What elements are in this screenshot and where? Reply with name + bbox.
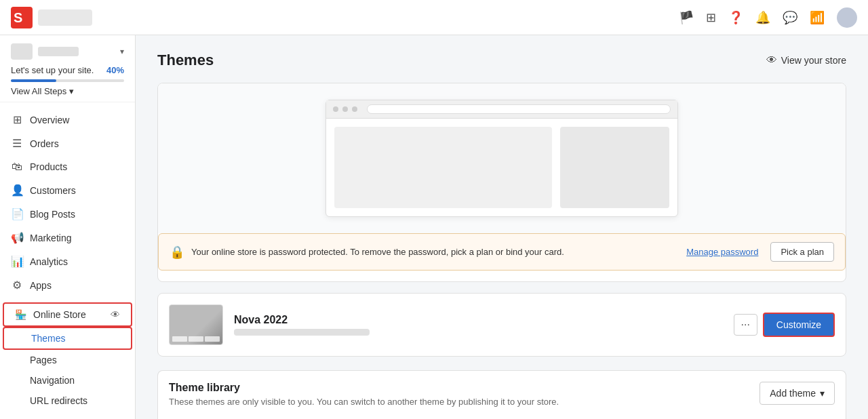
warning-lock-icon: 🔒 [170,245,184,260]
overview-icon: ⊞ [11,113,23,126]
main-content: Themes 👁 View your store [136,35,868,419]
sidebar-item-orders[interactable]: ☰ Orders [0,132,135,155]
sidebar-item-label: Apps [30,280,52,291]
sidebar-top: ▾ Let's set up your site. 40% View All S… [0,35,135,102]
chat-icon[interactable]: 💬 [783,10,797,25]
header-icons: 🏴 ⊞ ❓ 🔔 💬 📶 [679,7,857,28]
add-theme-button[interactable]: Add theme ▾ [760,382,835,405]
sidebar-item-label: Analytics [30,256,68,267]
themes-label: Themes [31,333,66,344]
add-theme-chevron-icon: ▾ [820,388,825,399]
store-selector[interactable]: ▾ [11,43,124,60]
analytics-icon: 📊 [11,255,23,268]
apps-icon: ⚙ [11,279,23,292]
sidebar-item-products[interactable]: 🛍 Products [0,155,135,178]
theme-library: Theme library These themes are only visi… [157,370,846,419]
store-name-pill [38,9,92,26]
library-title: Theme library [169,382,559,394]
sidebar-item-label: Overview [30,115,69,125]
view-store-button[interactable]: 👁 View your store [766,54,846,66]
thumb-bar-3 [205,336,220,342]
top-header: S 🏴 ⊞ ❓ 🔔 💬 📶 [0,0,868,35]
grid-icon[interactable]: ⊞ [706,10,716,25]
page-header: Themes 👁 View your store [157,52,846,69]
sidebar-item-label: Products [30,161,67,172]
setup-text: Let's set up your site. 40% [11,65,124,75]
url-redirects-label: URL redirects [30,395,87,406]
sidebar-item-customers[interactable]: 👤 Customers [0,178,135,202]
progress-bar-fill [11,79,56,82]
browser-mockup [326,100,678,217]
nav-section: ⊞ Overview ☰ Orders 🛍 Products 👤 Custome… [0,102,135,302]
sub-nav-item-pages[interactable]: Pages [0,350,135,370]
theme-name: Nova 2022 [234,314,723,326]
setup-progress: Let's set up your site. 40% View All Ste… [11,65,124,96]
theme-actions: ··· Customize [734,313,835,337]
online-store-label: Online Store [33,309,104,320]
online-store-section: 🏪 Online Store 👁 Themes Pages Navigation… [0,302,135,414]
browser-bar [326,100,677,119]
svg-text:S: S [14,10,22,25]
sidebar-item-blog-posts[interactable]: 📄 Blog Posts [0,202,135,226]
shoplazza-logo: S [11,7,33,28]
theme-thumbnail [169,304,223,345]
setup-pct: 40% [106,65,124,75]
pick-plan-button[interactable]: Pick a plan [770,242,834,262]
theme-info: Nova 2022 [234,314,723,336]
orders-icon: ☰ [11,137,23,150]
sidebar-item-apps[interactable]: ⚙ Apps [0,273,135,297]
sidebar-item-marketing[interactable]: 📢 Marketing [0,226,135,250]
manage-password-button[interactable]: Manage password [681,247,764,257]
sidebar-item-analytics[interactable]: 📊 Analytics [0,250,135,273]
browser-main-block [334,127,552,208]
password-warning: 🔒 Your online store is password protecte… [158,233,846,271]
browser-dot-3 [352,106,357,112]
view-store-eye-icon: 👁 [766,54,777,66]
wifi-icon[interactable]: 📶 [810,10,825,25]
flag-icon[interactable]: 🏴 [679,10,694,25]
products-icon: 🛍 [11,161,23,173]
sidebar-item-label: Marketing [30,233,71,243]
sub-nav-item-navigation[interactable]: Navigation [0,370,135,391]
help-icon[interactable]: ❓ [728,10,743,25]
sidebar-item-label: Orders [30,138,59,149]
sidebar-item-overview[interactable]: ⊞ Overview [0,108,135,132]
view-store-label: View your store [781,55,846,66]
navigation-label: Navigation [30,375,75,386]
browser-dot-2 [342,106,348,112]
theme-more-options-button[interactable]: ··· [734,314,757,336]
eye-icon[interactable]: 👁 [111,309,120,320]
sidebar-item-label: Customers [30,185,76,196]
pages-label: Pages [30,355,57,365]
marketing-icon: 📢 [11,231,23,244]
blog-posts-icon: 📄 [11,207,23,220]
customize-button[interactable]: Customize [763,313,835,337]
customers-icon: 👤 [11,184,23,197]
browser-dot-1 [333,106,338,112]
current-theme-card: Nova 2022 ··· Customize [157,293,846,357]
avatar[interactable] [837,7,857,28]
sub-nav-item-themes[interactable]: Themes [3,327,132,350]
sidebar-item-online-store[interactable]: 🏪 Online Store 👁 [3,302,132,327]
theme-desc-bar [234,329,370,336]
page-title: Themes [157,52,214,69]
logo-area: S [11,7,92,28]
theme-library-header: Theme library These themes are only visi… [157,370,846,415]
warning-text: Your online store is password protected.… [191,247,674,257]
bell-icon[interactable]: 🔔 [755,10,770,25]
library-subtitle: These themes are only visible to you. Yo… [169,397,559,407]
sub-nav-item-url-redirects[interactable]: URL redirects [0,391,135,411]
progress-bar-track [11,79,124,82]
browser-content [326,119,677,216]
setup-label: Let's set up your site. [11,65,94,75]
store-icon [11,43,33,60]
browser-side-block [560,127,669,208]
steps-chevron-icon: ▾ [69,86,74,96]
add-theme-label: Add theme [770,388,816,399]
sidebar-item-label: Blog Posts [30,209,75,220]
library-title-area: Theme library These themes are only visi… [169,382,559,407]
view-all-steps[interactable]: View All Steps ▾ [11,86,124,96]
browser-url-bar [367,104,671,114]
store-label [38,47,79,56]
sidebar: ▾ Let's set up your site. 40% View All S… [0,35,136,419]
